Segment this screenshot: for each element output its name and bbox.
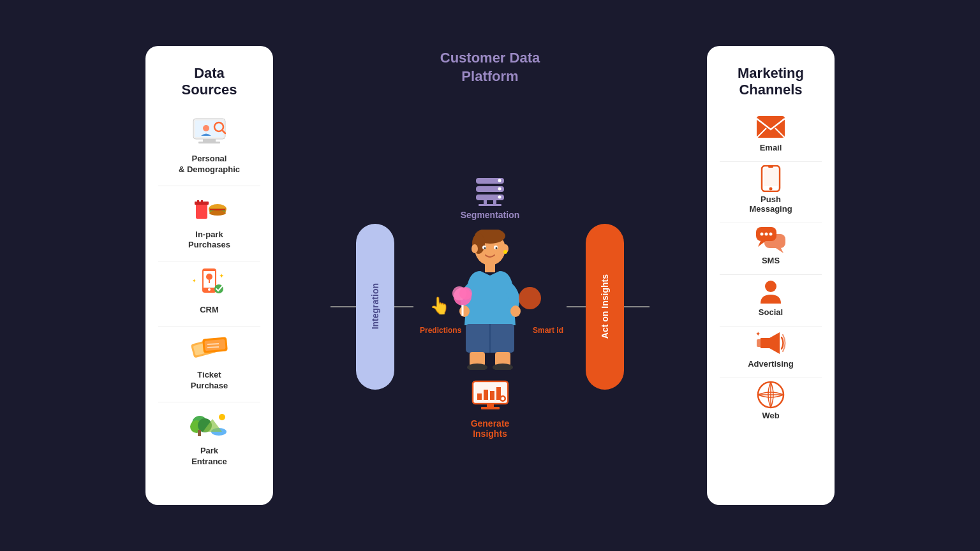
act-on-insights-label: Act on Insights <box>600 274 610 339</box>
svg-rect-2 <box>203 139 216 142</box>
svg-line-27 <box>207 344 219 344</box>
svg-point-40 <box>498 187 501 191</box>
person-figure-area: Predictions Smart id 👆 <box>426 226 554 373</box>
pointing-hand-icon: 👆 <box>429 296 450 316</box>
advertising-label: Advertising <box>748 359 794 369</box>
svg-point-75 <box>501 397 504 400</box>
svg-point-89 <box>761 232 764 235</box>
svg-rect-9 <box>197 200 199 203</box>
svg-point-39 <box>498 179 501 182</box>
svg-text:✦: ✦ <box>755 330 761 337</box>
svg-rect-55 <box>485 263 495 272</box>
data-sources-card: DataSources Personal& Demograp <box>145 46 273 505</box>
data-source-ticket: TicketPurchase <box>158 326 260 397</box>
integration-pill: Integration <box>356 224 394 390</box>
advertising-icon: ✦ <box>755 330 787 356</box>
svg-text:✦: ✦ <box>192 278 197 284</box>
integration-label: Integration <box>370 283 380 329</box>
svg-point-4 <box>203 125 209 131</box>
sms-label: SMS <box>762 256 780 265</box>
smartid-label: Smart id <box>533 326 563 335</box>
email-label: Email <box>760 143 782 152</box>
svg-rect-94 <box>757 339 762 347</box>
email-icon <box>755 114 787 140</box>
svg-point-41 <box>498 196 501 199</box>
svg-rect-43 <box>493 200 496 205</box>
svg-rect-10 <box>201 200 203 203</box>
channel-sms: SMS <box>720 223 822 269</box>
svg-line-28 <box>207 347 219 348</box>
svg-rect-78 <box>757 116 785 138</box>
ticket-purchase-label: TicketPurchase <box>191 370 228 392</box>
generate-insights-area: GenerateInsights <box>470 379 511 439</box>
social-icon <box>755 279 787 304</box>
svg-point-51 <box>496 247 498 249</box>
cdp-title: Customer DataPlatform <box>440 49 540 85</box>
svg-rect-87 <box>764 234 785 248</box>
svg-point-54 <box>503 250 507 254</box>
svg-point-66 <box>459 287 472 300</box>
svg-rect-26 <box>204 339 225 351</box>
middle-section: Customer DataPlatform Integration Act on… <box>273 36 707 515</box>
svg-rect-70 <box>477 393 482 400</box>
svg-rect-71 <box>484 390 488 400</box>
svg-point-92 <box>765 281 776 292</box>
svg-rect-84 <box>768 166 773 168</box>
personal-demographic-label: Personal& Demographic <box>179 154 240 175</box>
svg-rect-72 <box>490 391 494 400</box>
channel-social: Social <box>720 274 822 321</box>
web-label: Web <box>762 411 779 420</box>
channel-advertising: ✦ Advertising <box>720 326 822 372</box>
web-icon <box>755 382 787 408</box>
generate-insights-icon <box>470 379 511 415</box>
crm-icon: ✦ ✦ <box>187 267 232 302</box>
svg-point-18 <box>208 288 211 291</box>
marketing-channels-title: MarketingChannels <box>738 65 804 99</box>
data-sources-title: DataSources <box>182 65 237 99</box>
push-messaging-icon <box>755 166 787 191</box>
segmentation-label: Segmentation <box>461 210 520 220</box>
svg-point-35 <box>219 414 225 420</box>
svg-rect-3 <box>198 142 220 143</box>
main-container: DataSources Personal& Demograp <box>0 0 980 551</box>
park-entrance-label: ParkEntrance <box>191 446 227 467</box>
predictions-label: Predictions <box>420 326 461 335</box>
svg-rect-77 <box>481 407 500 409</box>
data-source-crm: ✦ ✦ CRM <box>158 261 260 321</box>
orange-blob <box>519 287 541 309</box>
svg-text:✦: ✦ <box>219 272 224 279</box>
generate-insights-label: GenerateInsights <box>471 418 510 439</box>
svg-rect-7 <box>196 203 207 219</box>
personal-demographic-icon <box>187 115 232 151</box>
svg-point-15 <box>209 210 226 216</box>
channel-push: PushMessaging <box>720 161 822 217</box>
channel-web: Web <box>720 378 822 424</box>
ticket-purchase-icon <box>187 332 232 367</box>
data-source-inpark: In-parkPurchases <box>158 186 260 256</box>
svg-point-59 <box>510 305 521 317</box>
inpark-purchases-icon <box>187 191 232 226</box>
svg-rect-32 <box>198 430 201 436</box>
svg-rect-44 <box>479 204 501 206</box>
svg-rect-82 <box>764 168 778 186</box>
svg-point-90 <box>765 232 768 235</box>
data-source-personal: Personal& Demographic <box>158 110 260 180</box>
svg-point-19 <box>206 274 212 280</box>
marketing-channels-card: MarketingChannels Email <box>707 46 835 505</box>
svg-marker-88 <box>776 248 783 253</box>
svg-rect-42 <box>484 200 487 205</box>
svg-rect-76 <box>487 404 494 407</box>
crm-label: CRM <box>200 305 219 316</box>
data-source-park: ParkEntrance <box>158 402 260 473</box>
act-on-insights-pill: Act on Insights <box>586 224 624 390</box>
svg-point-58 <box>459 305 470 317</box>
svg-point-50 <box>484 247 486 249</box>
segmentation-icon <box>471 174 509 206</box>
svg-point-91 <box>769 232 773 235</box>
park-entrance-icon <box>187 408 232 443</box>
cdp-inner: Integration Act on Insights <box>273 98 707 515</box>
svg-point-83 <box>769 187 773 190</box>
channel-email: Email <box>720 110 822 156</box>
push-messaging-label: PushMessaging <box>749 195 792 214</box>
social-label: Social <box>759 307 783 317</box>
